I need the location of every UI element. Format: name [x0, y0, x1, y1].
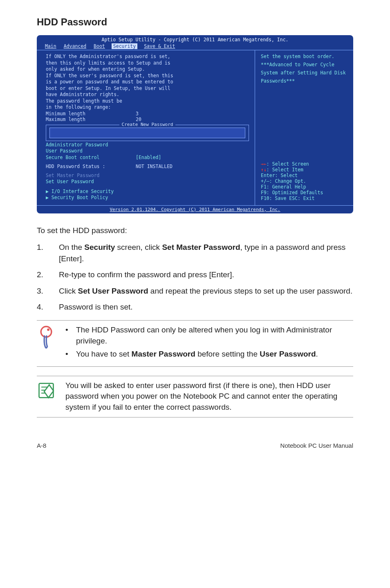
triangle-icon: ▶	[46, 189, 52, 194]
note-text: You will be asked to enter user password…	[65, 380, 353, 413]
tip-bullet: • You have to set Master Password before…	[65, 349, 353, 360]
tab-save-exit: Save & Exit	[143, 43, 176, 49]
step-1: 1. On the Security screen, click Set Mas…	[37, 242, 353, 264]
bios-screenshot: Aptio Setup Utility - Copyright (C) 2011…	[37, 35, 353, 213]
tab-security: Security	[112, 43, 137, 49]
set-master-password-item: Set Master Password	[46, 173, 249, 179]
steps-list: 1. On the Security screen, click Set Mas…	[37, 242, 353, 313]
page-number: A-8	[37, 442, 46, 449]
step-number: 3.	[37, 285, 47, 297]
svg-point-1	[47, 328, 49, 331]
key-enter: Enter: Select	[261, 173, 347, 178]
key-f1: F1: General Help	[261, 184, 347, 190]
note-icon	[37, 380, 57, 402]
max-length-value: 20	[136, 117, 249, 122]
key-select-screen: →←: Select Screen	[261, 161, 347, 167]
max-length-label: Maximum length	[46, 117, 136, 122]
section-heading: HDD Password	[37, 16, 353, 28]
tip-callout: • The HDD Password can only be altered w…	[37, 320, 353, 367]
bios-info-line: boot or enter Setup. In Setup, the User …	[46, 85, 249, 92]
bios-info-line: then this only limits access to Setup an…	[46, 60, 249, 67]
triangle-icon: ▶	[46, 195, 52, 200]
help-line: ***Advanced to Power Cycle	[261, 62, 347, 67]
step-4: 4. Password is then set.	[37, 301, 353, 313]
bios-info-line: in the following range:	[46, 104, 249, 111]
user-password-item: User Password	[46, 148, 249, 155]
arrow-ud-icon: ↑↓	[261, 167, 267, 173]
help-line: Set the system boot order.	[261, 54, 347, 59]
create-password-dialog: Create New Password	[46, 125, 249, 141]
bios-right-pane: Set the system boot order. ***Advanced t…	[255, 50, 353, 205]
bios-info-line: If ONLY the Administrator's password is …	[46, 54, 249, 60]
arrow-lr-icon: →←	[261, 161, 267, 167]
bullet-icon: •	[65, 325, 69, 346]
help-line: Passwords***	[261, 78, 347, 84]
bullet-icon: •	[65, 349, 69, 360]
bios-info-line: The password length must be	[46, 98, 249, 105]
bios-info-line: is a power on password and must be enter…	[46, 79, 249, 85]
password-input-box	[49, 128, 245, 138]
tab-boot: Boot	[93, 43, 106, 49]
help-line: System after Setting Hard Disk	[261, 70, 347, 76]
tab-advanced: Advanced	[63, 43, 87, 49]
step-3: 3. Click Set User Password and repeat th…	[37, 285, 353, 297]
hdd-status-value: NOT INSTALLED	[136, 164, 249, 169]
page-footer: A-8 Notebook PC User Manual	[37, 442, 353, 449]
tip-icon	[37, 325, 57, 352]
dialog-title: Create New Password	[119, 122, 176, 127]
key-change: +/—: Change Opt.	[261, 178, 347, 184]
step-number: 1.	[37, 242, 47, 264]
min-length-value: 3	[136, 111, 249, 117]
tab-main: Main	[44, 43, 57, 49]
bios-left-pane: If ONLY the Administrator's password is …	[37, 50, 255, 205]
set-user-password-item: Set User Password	[46, 179, 249, 185]
security-boot-policy-item: ▶ Security Boot Policy	[46, 195, 249, 201]
secure-boot-label: Secure Boot control	[46, 155, 136, 160]
secure-boot-value: [Enabled]	[136, 155, 249, 160]
bios-tabbar: Main Advanced Boot Security Save & Exit	[37, 43, 353, 50]
manual-title: Notebook PC User Manual	[280, 442, 353, 449]
bios-title: Aptio Setup Utility - Copyright (C) 2011…	[37, 35, 353, 43]
bios-info-line: If ONLY the user's password is set, then…	[46, 73, 249, 79]
bios-info-line: have Administrator rights.	[46, 92, 249, 98]
bios-info-line: only asked for when entering Setup.	[46, 66, 249, 73]
min-length-label: Minimum length	[46, 111, 136, 117]
key-f9: F9: Optimized Defaults	[261, 190, 347, 195]
admin-password-item: Administrator Password	[46, 142, 249, 148]
bios-footer: Version 2.01.1204. Copyright (C) 2011 Am…	[37, 205, 353, 213]
key-select-item: ↑↓: Select Item	[261, 167, 347, 173]
hdd-status-label: HDD Password Status :	[46, 164, 136, 169]
tip-bullet: • The HDD Password can only be altered w…	[65, 325, 353, 346]
intro-text: To set the HDD password:	[37, 225, 353, 236]
step-number: 2.	[37, 269, 47, 281]
io-interface-security-item: ▶ I/O Interface Security	[46, 189, 249, 195]
step-number: 4.	[37, 301, 47, 313]
step-2: 2. Re-type to confirm the password and p…	[37, 269, 353, 281]
note-callout: You will be asked to enter user password…	[37, 376, 353, 417]
key-f10: F10: Save ESC: Exit	[261, 195, 347, 201]
